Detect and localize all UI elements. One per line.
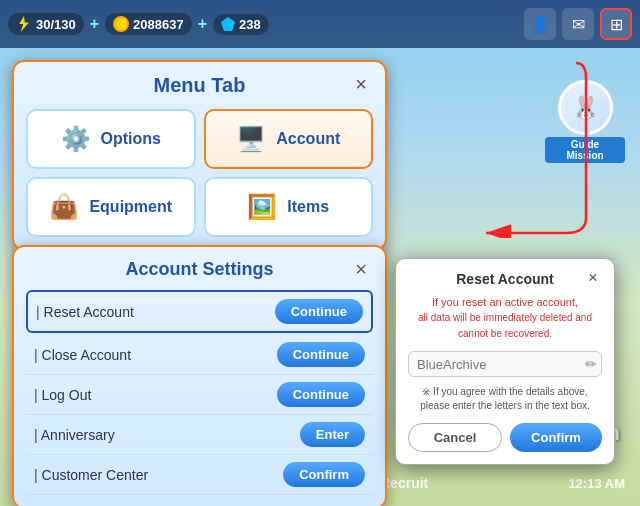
menu-tab-close-button[interactable]: ×	[349, 72, 373, 96]
close-account-label: Close Account	[34, 347, 131, 363]
menu-tab-title: Menu Tab ×	[26, 74, 373, 97]
reset-hint: ※ If you agree with the details above,pl…	[408, 385, 602, 413]
reset-account-input[interactable]	[417, 357, 585, 372]
account-settings-title: Account Settings ×	[26, 259, 373, 280]
menu-tab-dialog: Menu Tab × ⚙️ Options 🖥️ Account 👜 Equip…	[12, 60, 387, 251]
customer-center-confirm-button[interactable]: Confirm	[283, 462, 365, 487]
reset-account-modal: Reset Account × If you reset an active a…	[395, 258, 615, 465]
energy-stat: 30/130	[8, 13, 84, 35]
equipment-label: Equipment	[89, 198, 172, 216]
coins-stat: 2088637	[105, 13, 192, 35]
logout-label: Log Out	[34, 387, 91, 403]
reset-modal-close-button[interactable]: ×	[584, 269, 602, 287]
account-label: Account	[276, 130, 340, 148]
menu-item-items[interactable]: 🖼️ Items	[204, 177, 374, 237]
lightning-icon	[16, 16, 32, 32]
reset-input-row: ✏	[408, 351, 602, 377]
coin-icon	[113, 16, 129, 32]
settings-row-customer: Customer Center Confirm	[26, 455, 373, 495]
reset-modal-buttons: Cancel Confirm	[408, 423, 602, 452]
reset-modal-title: Reset Account ×	[408, 271, 602, 287]
settings-row-logout: Log Out Continue	[26, 375, 373, 415]
anniversary-enter-button[interactable]: Enter	[300, 422, 365, 447]
reset-modal-warning: If you reset an active account, all data…	[408, 295, 602, 341]
logout-continue-button[interactable]: Continue	[277, 382, 365, 407]
top-bar-icons: 👤 ✉ ⊞	[524, 8, 632, 40]
mail-icon-button[interactable]: ✉	[562, 8, 594, 40]
settings-row-anniversary: Anniversary Enter	[26, 415, 373, 455]
account-settings-close-button[interactable]: ×	[349, 257, 373, 281]
pencil-icon: ✏	[585, 356, 597, 372]
recruit-label[interactable]: Recruit	[380, 475, 428, 491]
gems-value: 238	[239, 17, 261, 32]
settings-row-close-account: Close Account Continue	[26, 335, 373, 375]
menu-item-options[interactable]: ⚙️ Options	[26, 109, 196, 169]
coins-value: 2088637	[133, 17, 184, 32]
account-settings-dialog: Account Settings × Reset Account Continu…	[12, 245, 387, 506]
settings-row-reset: Reset Account Continue	[26, 290, 373, 333]
account-icon: 🖥️	[236, 125, 266, 153]
options-icon: ⚙️	[61, 125, 91, 153]
profile-icon-button[interactable]: 👤	[524, 8, 556, 40]
menu-grid: ⚙️ Options 🖥️ Account 👜 Equipment 🖼️ Ite…	[26, 109, 373, 237]
gems-stat: 238	[213, 14, 269, 35]
coins-plus-button[interactable]: +	[198, 15, 207, 33]
energy-plus-button[interactable]: +	[90, 15, 99, 33]
reset-account-continue-button[interactable]: Continue	[275, 299, 363, 324]
equipment-icon: 👜	[49, 193, 79, 221]
reset-cancel-button[interactable]: Cancel	[408, 423, 502, 452]
menu-item-equipment[interactable]: 👜 Equipment	[26, 177, 196, 237]
energy-value: 30/130	[36, 17, 76, 32]
reset-confirm-button[interactable]: Confirm	[510, 423, 602, 452]
customer-center-label: Customer Center	[34, 467, 148, 483]
top-bar: 30/130 + 2088637 + 238 👤 ✉ ⊞	[0, 0, 640, 48]
items-label: Items	[287, 198, 329, 216]
items-icon: 🖼️	[247, 193, 277, 221]
time-label: 12:13 AM	[568, 476, 625, 491]
red-arrow	[476, 58, 596, 238]
gem-icon	[221, 17, 235, 31]
options-label: Options	[101, 130, 161, 148]
menu-grid-button[interactable]: ⊞	[600, 8, 632, 40]
reset-account-label: Reset Account	[36, 304, 134, 320]
close-account-continue-button[interactable]: Continue	[277, 342, 365, 367]
menu-item-account[interactable]: 🖥️ Account	[204, 109, 374, 169]
anniversary-label: Anniversary	[34, 427, 115, 443]
